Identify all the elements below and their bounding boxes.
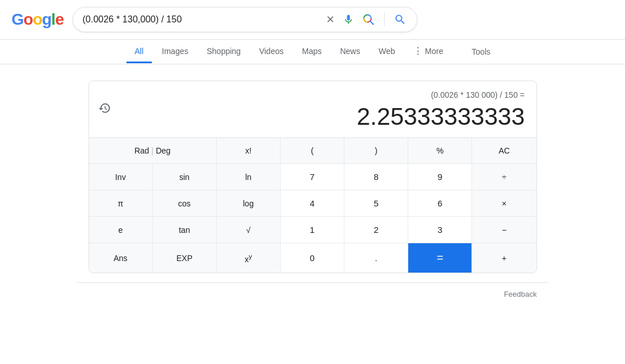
tools-tab[interactable]: Tools [463, 41, 499, 62]
calc-result: 2.25333333333 [357, 103, 525, 131]
search-input[interactable] [82, 14, 320, 25]
lens-icon [362, 13, 375, 26]
lens-button[interactable] [361, 12, 376, 27]
two-button[interactable]: 2 [344, 217, 408, 243]
logo-l: l [51, 10, 55, 28]
tab-shopping[interactable]: Shopping [198, 41, 248, 63]
pi-button[interactable]: π [89, 190, 153, 216]
rad-deg-toggle[interactable]: Rad | Deg [89, 138, 217, 163]
clear-icon: ✕ [326, 13, 335, 26]
tab-images[interactable]: Images [154, 41, 197, 63]
mic-icon [343, 14, 354, 25]
percent-button[interactable]: % [408, 138, 472, 163]
four-button[interactable]: 4 [281, 190, 344, 216]
factorial-button[interactable]: x! [217, 138, 281, 163]
open-paren-button[interactable]: ( [281, 138, 344, 163]
subtract-button[interactable]: − [472, 217, 536, 243]
ln-button[interactable]: ln [217, 164, 281, 190]
log-button[interactable]: log [217, 190, 281, 216]
calculator: (0.0026 * 130 000) / 150 = 2.25333333333… [77, 81, 549, 273]
close-paren-button[interactable]: ) [344, 138, 408, 163]
clear-button[interactable]: ✕ [325, 12, 336, 27]
tab-maps[interactable]: Maps [294, 41, 329, 63]
search-button[interactable] [393, 12, 408, 27]
tab-more[interactable]: ⋮ More [405, 40, 451, 64]
google-logo: Google [11, 10, 63, 29]
deg-label: Deg [156, 146, 171, 155]
decimal-button[interactable]: . [344, 243, 408, 273]
calc-row-4: e tan √ 1 2 3 − [89, 216, 536, 243]
voice-search-button[interactable] [342, 13, 355, 26]
feedback-bar: Feedback [77, 282, 549, 305]
euler-button[interactable]: e [89, 217, 153, 243]
one-button[interactable]: 1 [281, 217, 344, 243]
calc-row-5: Ans EXP xy 0 . = + [89, 243, 536, 273]
svg-line-4 [370, 21, 373, 24]
cos-button[interactable]: cos [153, 190, 217, 216]
calc-buttons: Rad | Deg x! ( ) % AC Inv sin ln 7 8 9 ÷… [89, 138, 537, 273]
tab-all[interactable]: All [126, 41, 152, 63]
history-button[interactable] [98, 102, 111, 117]
divide-button[interactable]: ÷ [472, 164, 536, 190]
logo-e: e [55, 10, 64, 28]
calc-expression: (0.0026 * 130 000) / 150 = [431, 90, 524, 99]
exp-button[interactable]: EXP [153, 243, 217, 273]
ans-button[interactable]: Ans [89, 243, 153, 273]
calc-row-1: Rad | Deg x! ( ) % AC [89, 138, 536, 163]
six-button[interactable]: 6 [408, 190, 472, 216]
more-label: More [425, 47, 443, 56]
nine-button[interactable]: 9 [408, 164, 472, 190]
equals-button[interactable]: = [408, 243, 472, 273]
tab-videos[interactable]: Videos [251, 41, 292, 63]
calc-display: (0.0026 * 130 000) / 150 = 2.25333333333 [89, 81, 537, 138]
rad-deg-separator: | [151, 146, 154, 155]
nav-tabs: All Images Shopping Videos Maps News Web… [0, 40, 625, 64]
zero-button[interactable]: 0 [281, 243, 344, 273]
feedback-link[interactable]: Feedback [504, 290, 536, 298]
logo-g2: g [42, 10, 51, 28]
three-button[interactable]: 3 [408, 217, 472, 243]
tan-button[interactable]: tan [153, 217, 217, 243]
header: Google ✕ [0, 0, 625, 40]
five-button[interactable]: 5 [344, 190, 408, 216]
seven-button[interactable]: 7 [281, 164, 344, 190]
history-icon [98, 102, 111, 114]
sin-button[interactable]: sin [153, 164, 217, 190]
more-dots-icon: ⋮ [413, 45, 423, 56]
divider [384, 13, 385, 26]
logo-o1: o [24, 10, 33, 28]
search-icon [394, 13, 407, 26]
calc-row-3: π cos log 4 5 6 × [89, 190, 536, 216]
power-button[interactable]: xy [217, 243, 281, 273]
tab-news[interactable]: News [332, 41, 368, 63]
sqrt-button[interactable]: √ [217, 217, 281, 243]
search-bar: ✕ [72, 7, 417, 32]
multiply-button[interactable]: × [472, 190, 536, 216]
add-button[interactable]: + [472, 243, 536, 273]
logo-g: G [11, 10, 24, 28]
eight-button[interactable]: 8 [344, 164, 408, 190]
rad-label: Rad [135, 146, 149, 155]
calc-row-2: Inv sin ln 7 8 9 ÷ [89, 163, 536, 190]
search-icons: ✕ [325, 12, 408, 27]
all-clear-button[interactable]: AC [472, 138, 536, 163]
tab-web[interactable]: Web [370, 41, 403, 63]
logo-o2: o [33, 10, 42, 28]
inv-button[interactable]: Inv [89, 164, 153, 190]
